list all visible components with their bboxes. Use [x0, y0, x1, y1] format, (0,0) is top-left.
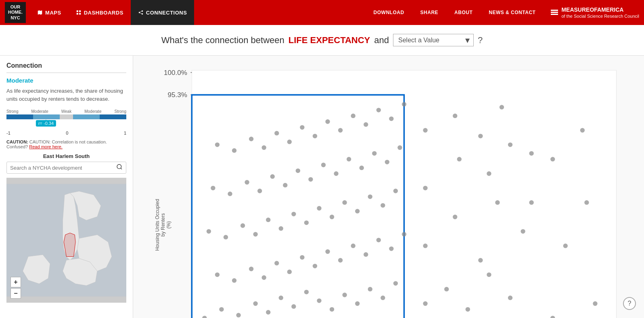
svg-point-74: [325, 249, 330, 254]
value-select[interactable]: Select a Value: [393, 34, 474, 46]
help-button[interactable]: ?: [623, 297, 636, 310]
svg-point-64: [381, 295, 385, 300]
question-highlight: LIFE EXPECTANCY: [289, 35, 370, 46]
svg-rect-3: [79, 13, 81, 15]
nav-about[interactable]: ABOUT: [447, 0, 480, 25]
scale-weak: [60, 114, 73, 119]
search-input[interactable]: [10, 165, 116, 171]
svg-point-120: [338, 128, 343, 133]
svg-point-52: [219, 307, 224, 312]
measure-logo-text: MEASUREOFAMERICA of the Social Science R…: [561, 6, 639, 19]
svg-point-139: [495, 200, 500, 205]
nav-items: MAPS DASHBOARDS CONNECTIONS: [30, 0, 366, 25]
svg-point-90: [330, 215, 334, 219]
svg-point-122: [364, 122, 368, 127]
svg-line-7: [140, 11, 142, 12]
svg-point-101: [283, 183, 287, 187]
svg-point-109: [385, 160, 389, 164]
nav-news[interactable]: NEWS & CONTACT: [481, 0, 543, 25]
location-name: East Harlem South: [6, 153, 126, 159]
svg-line-8: [140, 13, 142, 14]
svg-point-141: [423, 186, 427, 190]
svg-point-95: [393, 189, 398, 193]
svg-point-140: [521, 229, 525, 233]
read-more-link[interactable]: Read more here.: [29, 144, 63, 149]
svg-point-81: [207, 229, 211, 233]
svg-point-79: [389, 246, 393, 251]
svg-point-94: [381, 203, 385, 208]
svg-rect-1: [79, 10, 81, 12]
svg-point-5: [142, 10, 143, 12]
svg-point-57: [291, 304, 296, 309]
svg-point-131: [423, 301, 427, 306]
connection-strength: Moderate: [6, 77, 126, 84]
svg-point-146: [423, 128, 427, 133]
question-conjunction: and: [374, 35, 389, 46]
svg-point-155: [584, 200, 589, 205]
svg-point-115: [274, 131, 279, 135]
svg-point-112: [232, 148, 236, 153]
svg-point-68: [249, 267, 253, 271]
svg-point-142: [457, 157, 462, 161]
svg-point-89: [317, 206, 321, 210]
svg-point-83: [240, 223, 245, 228]
svg-text:100.0%: 100.0%: [164, 69, 187, 77]
nav-dashboards[interactable]: DASHBOARDS: [69, 0, 131, 25]
search-button[interactable]: [116, 164, 123, 172]
chart-wrapper: Housing Units Occupiedby Renters(%) 100.…: [157, 64, 628, 318]
svg-point-86: [279, 226, 283, 231]
map-svg: [6, 178, 126, 303]
svg-rect-0: [76, 10, 78, 12]
svg-point-134: [487, 272, 491, 277]
correlation-scale: Strong Moderate Weak Moderate Strong r= …: [6, 109, 126, 135]
svg-point-69: [262, 275, 266, 280]
scale-moderate-pos: [73, 114, 100, 119]
svg-point-147: [453, 114, 457, 118]
svg-point-82: [224, 235, 228, 239]
svg-point-58: [304, 290, 309, 294]
svg-point-133: [466, 307, 470, 312]
svg-point-53: [236, 313, 240, 317]
chart-svg-container: 100.0% 95.3% 5.5% 66.2 years 82.4 years …: [157, 64, 628, 318]
zoom-out-button[interactable]: −: [10, 288, 21, 299]
svg-point-66: [215, 272, 220, 277]
svg-point-157: [580, 128, 585, 133]
svg-point-145: [529, 200, 533, 205]
svg-point-80: [402, 232, 406, 237]
navbar: OUR HOME. NYC MAPS DASHBOARDS CONNECTION…: [0, 0, 644, 25]
main-layout: Connection Moderate As life expectancy i…: [0, 56, 644, 318]
search-box[interactable]: [6, 162, 126, 174]
svg-point-154: [563, 243, 568, 248]
svg-point-118: [313, 134, 317, 138]
scatter-chart: 100.0% 95.3% 5.5% 66.2 years 82.4 years …: [157, 64, 628, 318]
nav-download[interactable]: DOWNLOAD: [366, 0, 412, 25]
svg-point-125: [402, 102, 406, 106]
svg-point-88: [304, 220, 309, 225]
question-prefix: What's the connection between: [161, 35, 284, 46]
svg-point-70: [274, 261, 279, 265]
svg-point-100: [270, 174, 275, 179]
svg-point-143: [487, 171, 491, 176]
svg-point-132: [444, 287, 449, 291]
value-select-wrapper[interactable]: Select a Value: [393, 34, 474, 46]
map-container[interactable]: + −: [6, 178, 126, 303]
zoom-in-button[interactable]: +: [10, 277, 21, 287]
svg-point-153: [593, 301, 597, 306]
svg-point-76: [351, 243, 355, 248]
nav-connections[interactable]: CONNECTIONS: [131, 0, 194, 25]
nav-maps[interactable]: MAPS: [30, 0, 69, 25]
svg-point-111: [215, 142, 220, 147]
scale-bar-wrapper: r= -0.34: [6, 114, 126, 119]
nav-share[interactable]: SHARE: [413, 0, 446, 25]
svg-point-54: [253, 301, 257, 306]
site-logo[interactable]: OUR HOME. NYC: [5, 2, 26, 23]
connection-description: As life expectancy increases, the share …: [6, 87, 126, 103]
svg-point-104: [321, 163, 326, 167]
svg-point-72: [300, 255, 304, 260]
scale-nums: -1 0 1: [6, 131, 126, 135]
chart-area: Housing Units Occupiedby Renters(%) 100.…: [133, 56, 644, 318]
scale-strong-pos: [100, 114, 126, 119]
svg-point-148: [478, 134, 483, 138]
svg-point-91: [342, 200, 347, 205]
svg-text:95.3%: 95.3%: [168, 91, 187, 99]
